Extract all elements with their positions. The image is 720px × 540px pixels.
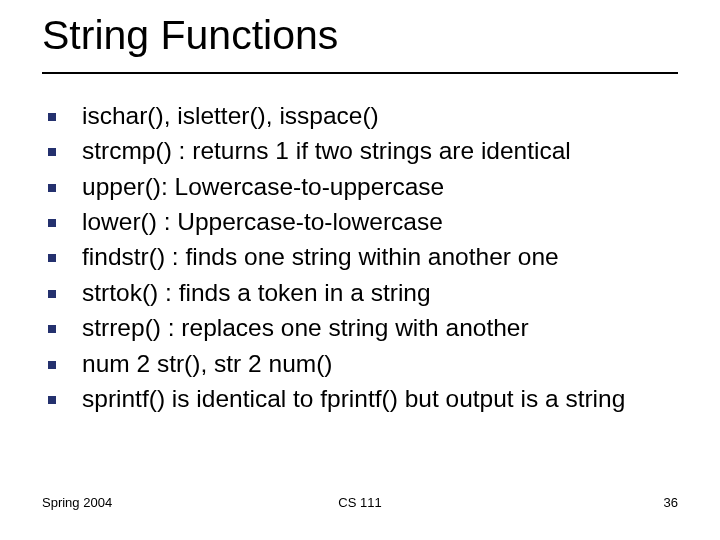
list-item: upper(): Lowercase-to-uppercase [42, 171, 678, 202]
footer-center: CS 111 [42, 495, 678, 510]
list-item: lower() : Uppercase-to-lowercase [42, 206, 678, 237]
list-item: strrep() : replaces one string with anot… [42, 312, 678, 343]
bullet-icon [48, 148, 56, 156]
bullet-text: ischar(), isletter(), isspace() [82, 102, 379, 129]
bullet-icon [48, 290, 56, 298]
bullet-text: lower() : Uppercase-to-lowercase [82, 208, 443, 235]
list-item: num 2 str(), str 2 num() [42, 348, 678, 379]
bullet-icon [48, 325, 56, 333]
bullet-text: strcmp() : returns 1 if two strings are … [82, 137, 571, 164]
footer-left: Spring 2004 [42, 495, 112, 510]
slide-title: String Functions [42, 12, 338, 59]
bullet-icon [48, 254, 56, 262]
title-rule [42, 72, 678, 74]
bullet-list: ischar(), isletter(), isspace() strcmp()… [42, 100, 678, 414]
list-item: findstr() : finds one string within anot… [42, 241, 678, 272]
bullet-icon [48, 219, 56, 227]
bullet-text: strrep() : replaces one string with anot… [82, 314, 529, 341]
list-item: sprintf() is identical to fprintf() but … [42, 383, 678, 414]
bullet-icon [48, 113, 56, 121]
bullet-text: num 2 str(), str 2 num() [82, 350, 332, 377]
bullet-icon [48, 361, 56, 369]
list-item: ischar(), isletter(), isspace() [42, 100, 678, 131]
bullet-text: strtok() : finds a token in a string [82, 279, 431, 306]
slide-footer: Spring 2004 CS 111 36 [42, 495, 678, 510]
bullet-icon [48, 396, 56, 404]
list-item: strcmp() : returns 1 if two strings are … [42, 135, 678, 166]
list-item: strtok() : finds a token in a string [42, 277, 678, 308]
bullet-text: sprintf() is identical to fprintf() but … [82, 385, 625, 412]
bullet-icon [48, 184, 56, 192]
footer-right: 36 [664, 495, 678, 510]
bullet-text: upper(): Lowercase-to-uppercase [82, 173, 444, 200]
slide-body: ischar(), isletter(), isspace() strcmp()… [42, 100, 678, 418]
bullet-text: findstr() : finds one string within anot… [82, 243, 559, 270]
